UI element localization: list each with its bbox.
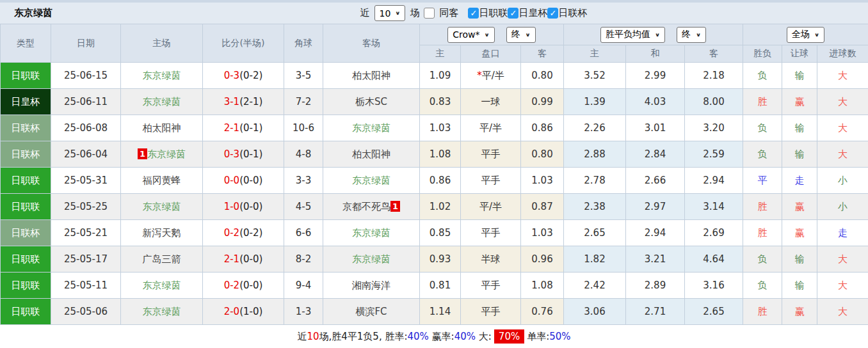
match-date-cell: 25-05-11 (51, 273, 121, 299)
avg-type-value: 胜平负均值 (606, 29, 650, 40)
result-label: 负 (758, 253, 768, 265)
avg-away-value: 2.69 (703, 227, 724, 239)
corners-value: 8-2 (296, 253, 312, 265)
header-home: 主场 (121, 24, 203, 63)
odds-away-value: 0.80 (531, 148, 552, 160)
page-title: 东京绿茵 (14, 7, 52, 19)
summary-segment: 40% (408, 331, 429, 342)
odds-away-value: 0.76 (531, 306, 552, 317)
avg-home-value: 2.88 (584, 148, 605, 160)
summary-segment: 近 (297, 331, 307, 343)
summary-segment: 单率: (527, 331, 549, 343)
avg-draw-value: 2.66 (645, 175, 666, 186)
match-date-cell: 25-06-11 (51, 89, 121, 115)
handicap-result-label: 输 (795, 280, 805, 291)
odds-away-value: 1.03 (531, 227, 552, 239)
away-team-cell: 柏太阳神 (323, 141, 420, 168)
corners-value: 10-6 (293, 122, 314, 134)
same-away-checkbox[interactable] (424, 8, 435, 19)
odds-company-select[interactable]: Crow* ∨ (447, 27, 494, 43)
avg-draw-value: 2.71 (645, 306, 666, 317)
result-cell: 负 (743, 246, 782, 273)
league-checkbox-emperors-cup[interactable]: ✓ (508, 8, 518, 19)
header-handicap: 让球 (782, 45, 817, 63)
league-label-league-cup: 日联杯 (558, 7, 587, 19)
avg-draw-cell: 2.84 (626, 141, 685, 168)
league-filter-item: ✓ 日职联 (468, 7, 508, 19)
scope-select[interactable]: 全场 ∨ (787, 27, 824, 43)
handicap-result-label: 输 (795, 253, 805, 265)
home-team-cell: 柏太阳神 (121, 115, 203, 141)
goals-result-cell: 小 (817, 168, 868, 194)
summary-segment: 50% (549, 331, 570, 342)
odds-home-cell: 0.81 (420, 273, 461, 299)
avg-away-cell: 3.20 (685, 115, 743, 141)
result-cell: 负 (743, 273, 782, 299)
corners-value: 6-6 (296, 227, 312, 239)
home-team-name: 柏太阳神 (143, 122, 181, 134)
result-cell: 胜 (743, 220, 782, 246)
result-label: 平 (758, 175, 768, 186)
handicap-line-value: 半球 (481, 253, 501, 265)
corners-value: 1-3 (296, 306, 312, 317)
handicap-result-cell: 赢 (782, 220, 817, 246)
home-team-cell: 广岛三箭 (121, 246, 203, 273)
league-type-label: 日职联 (12, 201, 40, 212)
summary-footer: 近10场,胜4平1负5, 胜率:40% 赢率:40% 大:70%单率:50% (0, 325, 868, 348)
result-cell: 胜 (743, 89, 782, 115)
avg-home-value: 1.39 (584, 96, 605, 107)
away-team-name: 柏太阳神 (352, 70, 390, 81)
halftime-score: (0-2) (239, 227, 262, 239)
corners-value: 3-3 (296, 175, 312, 186)
recent-count-select[interactable]: 10 ∨ (374, 5, 406, 21)
league-checkbox-jleague1[interactable]: ✓ (468, 8, 479, 19)
league-checkbox-league-cup[interactable]: ✓ (547, 8, 558, 19)
avg-away-value: 2.94 (703, 175, 724, 186)
score-cell: 1-0(0-0) (203, 194, 284, 220)
chevron-down-icon: ∨ (485, 32, 490, 38)
league-type-cell: 日职联 (1, 299, 51, 325)
league-filter-item: ✓ 日皇杯 (508, 7, 547, 19)
corners-cell: 3-5 (284, 63, 323, 89)
avg-home-cell: 2.42 (564, 273, 626, 299)
score-cell: 0-0(0-0) (203, 168, 284, 194)
result-label: 胜 (758, 96, 768, 107)
away-team-name: 东京绿茵 (352, 175, 390, 186)
away-team-name: 栃木SC (355, 96, 387, 107)
header-avg-away: 客 (685, 45, 743, 63)
avg-away-value: 2.18 (703, 70, 724, 81)
avg-away-value: 3.16 (703, 280, 724, 291)
header-score: 比分(半场) (203, 24, 284, 63)
goals-result-label: 大 (838, 280, 848, 291)
match-date: 25-05-06 (64, 306, 108, 317)
league-label-jleague1: 日职联 (479, 7, 508, 19)
handicap-result-label: 输 (795, 122, 805, 134)
avg-time-select[interactable]: 终 ∨ (677, 27, 706, 43)
match-date: 25-06-08 (64, 122, 108, 134)
avg-away-cell: 3.16 (685, 273, 743, 299)
handicap-line-cell: *平/半 (461, 63, 521, 89)
match-date-cell: 25-06-08 (51, 115, 121, 141)
handicap-line-cell: 一球 (461, 89, 521, 115)
away-team-cell: 东京绿茵 (323, 220, 420, 246)
league-type-label: 日职联 (12, 280, 40, 291)
away-team-name: 东京绿茵 (352, 122, 390, 134)
odds-home-cell: 0.93 (420, 246, 461, 273)
avg-home-cell: 2.38 (564, 194, 626, 220)
avg-draw-value: 2.99 (645, 70, 666, 81)
avg-draw-value: 2.89 (645, 280, 666, 291)
odds-time-select[interactable]: 终 ∨ (506, 27, 536, 43)
avg-draw-value: 3.01 (645, 122, 666, 134)
halftime-score: (0-0) (239, 201, 262, 212)
avg-away-value: 2.59 (703, 148, 724, 160)
handicap-line-cell: 平手 (461, 168, 521, 194)
header-odds-line: 盘口 (461, 45, 521, 63)
handicap-line-value: 平/半 (482, 70, 504, 81)
handicap-line-value: 一球 (481, 96, 501, 107)
avg-type-select[interactable]: 胜平负均值 ∨ (600, 27, 665, 43)
corners-cell: 9-4 (284, 273, 323, 299)
rank-badge: 1 (138, 148, 147, 159)
avg-draw-cell: 2.66 (626, 168, 685, 194)
league-type-label: 日联杯 (12, 122, 40, 134)
chevron-down-icon: ∨ (526, 32, 531, 38)
